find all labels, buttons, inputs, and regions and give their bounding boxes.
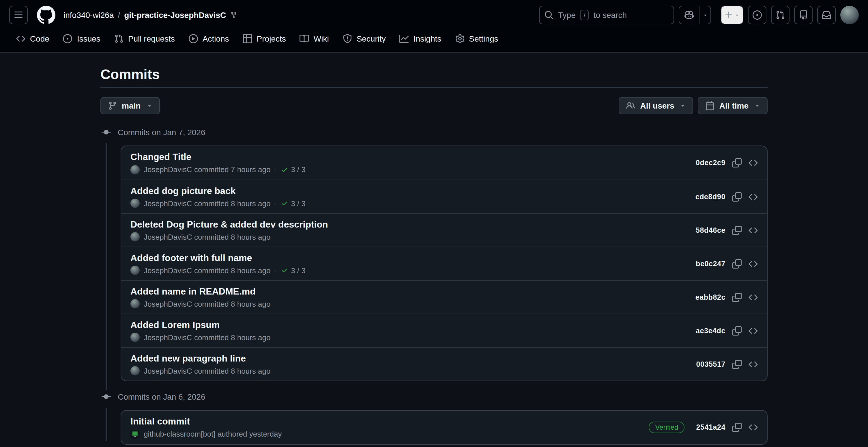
- bot-avatar[interactable]: [130, 429, 140, 439]
- page-title: Commits: [100, 66, 768, 88]
- browse-code-button[interactable]: [748, 259, 758, 268]
- commit-row: Changed Title JosephDavisC committed 7 h…: [121, 146, 767, 180]
- issues-header-button[interactable]: [748, 6, 767, 24]
- verified-badge[interactable]: Verified: [649, 422, 684, 433]
- copy-sha-button[interactable]: [733, 158, 742, 168]
- meta-separator: ·: [274, 165, 277, 174]
- browse-code-button[interactable]: [748, 158, 758, 168]
- commit-message-link[interactable]: Added dog picture back: [130, 185, 306, 197]
- commits-toolbar: main All users All time: [100, 97, 768, 114]
- commit-sha-link[interactable]: cde8d90: [695, 192, 725, 201]
- tab-actions[interactable]: Actions: [184, 31, 234, 47]
- gear-icon: [455, 34, 464, 43]
- repositories-header-button[interactable]: [794, 6, 813, 24]
- commit-sha-link[interactable]: be0c247: [696, 260, 725, 268]
- user-avatar[interactable]: [840, 6, 859, 24]
- author-avatar[interactable]: [130, 366, 140, 376]
- browse-code-button[interactable]: [748, 326, 758, 335]
- tab-wiki[interactable]: Wiki: [295, 31, 334, 47]
- shield-icon: [343, 34, 352, 43]
- breadcrumb-repo-link[interactable]: git-practice-JosephDavisC: [124, 10, 226, 20]
- commit-message-link[interactable]: Deleted Dog Picture & added dev descript…: [130, 218, 328, 230]
- breadcrumb-owner-link[interactable]: info340-wi26a: [63, 10, 114, 20]
- commit-sha-link[interactable]: 58d46ce: [696, 226, 725, 234]
- author-avatar[interactable]: [130, 266, 140, 275]
- copilot-dropdown-caret[interactable]: [700, 6, 710, 24]
- commit-sha-link[interactable]: ae3e4dc: [696, 327, 725, 335]
- branch-selector-button[interactable]: main: [100, 97, 160, 114]
- copy-sha-button[interactable]: [733, 293, 742, 302]
- copilot-icon[interactable]: [679, 6, 699, 24]
- commit-sha-link[interactable]: eabb82c: [695, 293, 725, 301]
- commit-message-link[interactable]: Added name in README.md: [130, 286, 270, 297]
- commit-meta: JosephDavisC committed 8 hours ago: [144, 198, 270, 208]
- copy-sha-button[interactable]: [733, 259, 742, 268]
- browse-code-button[interactable]: [748, 192, 758, 201]
- browse-code-button[interactable]: [748, 423, 758, 432]
- copy-sha-button[interactable]: [733, 226, 742, 235]
- author-link[interactable]: JosephDavisC: [144, 165, 192, 174]
- author-link[interactable]: JosephDavisC: [144, 333, 192, 341]
- tab-insights[interactable]: Insights: [395, 31, 446, 47]
- author-link[interactable]: github-classroom[bot]: [144, 430, 216, 438]
- author-avatar[interactable]: [130, 199, 140, 208]
- commit-sha-link[interactable]: 0dec2c9: [696, 159, 725, 167]
- tab-security[interactable]: Security: [338, 31, 391, 47]
- commit-meta: JosephDavisC committed 8 hours ago: [144, 299, 270, 309]
- commit-list: Changed Title JosephDavisC committed 7 h…: [121, 146, 768, 381]
- tab-code[interactable]: Code: [11, 31, 54, 47]
- tab-issues[interactable]: Issues: [59, 31, 105, 47]
- tab-pull-requests[interactable]: Pull requests: [110, 31, 180, 47]
- author-link[interactable]: JosephDavisC: [144, 199, 192, 208]
- commit-message-link[interactable]: Added new paragraph line: [130, 353, 270, 364]
- author-avatar[interactable]: [130, 333, 140, 342]
- users-filter-label: All users: [640, 101, 674, 110]
- commit-sha-link[interactable]: 2541a24: [696, 423, 725, 431]
- issue-icon: [63, 34, 72, 43]
- pull-requests-header-button[interactable]: [771, 6, 789, 24]
- commit-message-link[interactable]: Added footer with full name: [130, 252, 306, 264]
- tab-settings[interactable]: Settings: [451, 31, 503, 47]
- browse-code-button[interactable]: [748, 226, 758, 235]
- checks-status-link[interactable]: 3 / 3: [281, 198, 306, 208]
- checks-status-link[interactable]: 3 / 3: [281, 165, 306, 174]
- users-filter-button[interactable]: All users: [619, 97, 693, 114]
- breadcrumb: info340-wi26a / git-practice-JosephDavis…: [63, 10, 237, 20]
- commit-meta: JosephDavisC committed 7 hours ago: [144, 165, 270, 174]
- search-input[interactable]: Type / to search: [539, 6, 674, 24]
- hamburger-menu-button[interactable]: [9, 6, 28, 24]
- author-link[interactable]: JosephDavisC: [144, 366, 192, 375]
- commit-row: Added name in README.md JosephDavisC com…: [121, 280, 767, 314]
- github-logo[interactable]: [37, 6, 55, 24]
- slash-key-hint: /: [580, 10, 589, 20]
- tab-projects[interactable]: Projects: [238, 31, 290, 47]
- commit-list: Initial commit github-classroom[bot] aut…: [121, 410, 768, 445]
- copy-sha-button[interactable]: [733, 423, 742, 432]
- chevron-down-icon: [754, 103, 760, 109]
- create-new-button[interactable]: [721, 6, 743, 24]
- copy-sha-button[interactable]: [733, 359, 742, 369]
- author-avatar[interactable]: [130, 232, 140, 241]
- checks-status-link[interactable]: 3 / 3: [281, 265, 306, 275]
- commit-row: Added Lorem Ipsum JosephDavisC committed…: [121, 314, 767, 347]
- author-link[interactable]: JosephDavisC: [144, 266, 192, 275]
- commit-row: Added footer with full name JosephDavisC…: [121, 247, 767, 280]
- time-filter-label: All time: [719, 101, 748, 110]
- repo-nav-tabs: Code Issues Pull requests Actions Projec…: [9, 25, 859, 52]
- copy-sha-button[interactable]: [733, 192, 742, 201]
- commit-message-link[interactable]: Changed Title: [130, 151, 306, 163]
- author-avatar[interactable]: [130, 165, 140, 174]
- notifications-inbox-button[interactable]: [817, 6, 836, 24]
- commit-message-link[interactable]: Initial commit: [130, 416, 282, 427]
- browse-code-button[interactable]: [748, 359, 758, 369]
- author-link[interactable]: JosephDavisC: [144, 299, 192, 308]
- commit-meta: JosephDavisC committed 8 hours ago: [144, 332, 270, 342]
- copilot-button[interactable]: [679, 6, 711, 24]
- browse-code-button[interactable]: [748, 293, 758, 302]
- author-link[interactable]: JosephDavisC: [144, 233, 192, 241]
- author-avatar[interactable]: [130, 299, 140, 308]
- commit-message-link[interactable]: Added Lorem Ipsum: [130, 319, 270, 331]
- copy-sha-button[interactable]: [733, 326, 742, 335]
- commit-sha-link[interactable]: 0035517: [696, 360, 725, 368]
- time-filter-button[interactable]: All time: [698, 97, 768, 114]
